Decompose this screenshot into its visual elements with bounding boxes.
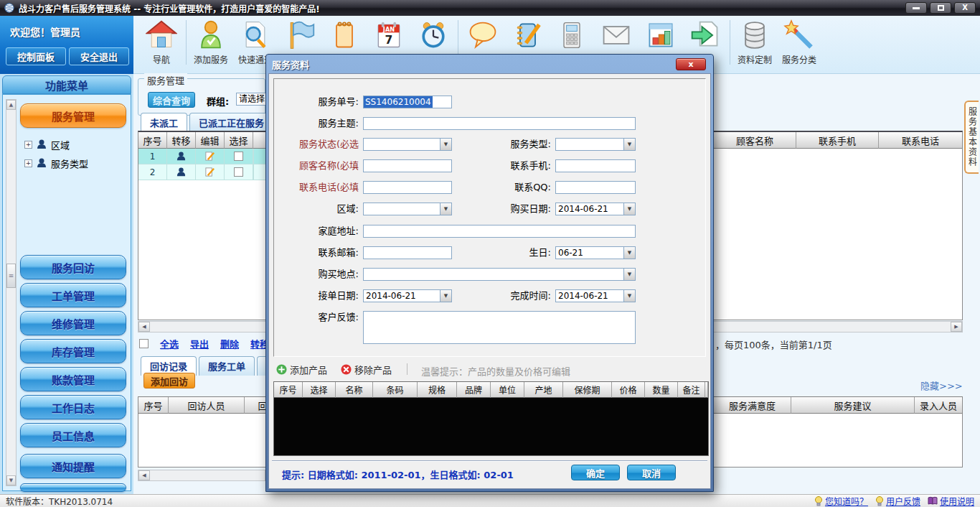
tab-service-orders[interactable]: 服务工单 bbox=[199, 356, 255, 376]
col-header[interactable]: 品牌 bbox=[457, 382, 491, 398]
scroll-up-icon[interactable]: ▲ bbox=[6, 100, 16, 110]
toolbar-item-alarm[interactable] bbox=[411, 17, 456, 53]
cancel-button[interactable]: 取消 bbox=[627, 465, 676, 480]
did-you-know-link[interactable]: 您知道吗？ bbox=[814, 495, 868, 507]
col-header[interactable]: 编辑 bbox=[196, 132, 225, 149]
chevron-down-icon[interactable]: ▼ bbox=[440, 138, 452, 151]
tab-dispatched-serving[interactable]: 已派工正在服务 bbox=[189, 113, 273, 132]
sidebar-item-repair[interactable]: 维修管理 bbox=[20, 311, 126, 335]
expand-icon[interactable]: + bbox=[24, 159, 32, 167]
col-header[interactable]: 序号 bbox=[138, 397, 169, 414]
tab-not-dispatched[interactable]: 未派工 bbox=[141, 113, 187, 132]
col-header[interactable]: 备注 bbox=[678, 382, 705, 398]
add-product-button[interactable]: 添加产品 bbox=[276, 363, 327, 376]
ok-button[interactable]: 确定 bbox=[571, 465, 620, 480]
finish-time-select[interactable]: 2014-06-21 ▼ bbox=[555, 289, 636, 302]
close-button[interactable]: X bbox=[954, 2, 976, 14]
edit-icon[interactable] bbox=[196, 149, 225, 164]
remove-product-button[interactable]: 移除产品 bbox=[341, 363, 392, 376]
scroll-thumb[interactable]: ≡ bbox=[6, 264, 16, 288]
row-checkbox[interactable] bbox=[225, 164, 253, 180]
col-header[interactable]: 顾客名称 bbox=[714, 132, 796, 149]
toolbar-item-mail[interactable] bbox=[594, 17, 639, 53]
col-header[interactable]: 录入人员 bbox=[915, 397, 962, 414]
chevron-down-icon[interactable]: ▼ bbox=[623, 289, 636, 302]
sidebar-item-employee[interactable]: 员工信息 bbox=[20, 423, 126, 447]
control-panel-button[interactable]: 控制面板 bbox=[6, 47, 66, 65]
toolbar-item-report[interactable] bbox=[639, 17, 683, 53]
chevron-down-icon[interactable]: ▼ bbox=[623, 246, 636, 259]
buy-place-select[interactable]: ▼ bbox=[363, 268, 636, 281]
type-select[interactable]: ▼ bbox=[555, 138, 636, 151]
col-header[interactable]: 规格 bbox=[418, 382, 457, 398]
col-header[interactable]: 转移 bbox=[167, 132, 196, 149]
minimize-button[interactable] bbox=[905, 2, 927, 14]
toolbar-item-data-custom[interactable]: 资料定制 bbox=[732, 17, 777, 65]
region-select[interactable]: ▼ bbox=[363, 203, 452, 215]
toolbar-item-notes[interactable] bbox=[322, 17, 367, 53]
restore-button[interactable] bbox=[930, 2, 951, 14]
toolbar-item-service-category[interactable]: 服务分类 bbox=[777, 17, 821, 65]
sidebar-item-work-order[interactable]: 工单管理 bbox=[20, 283, 126, 307]
toolbar-item-add-service[interactable]: 添加服务 bbox=[189, 17, 233, 65]
col-header[interactable]: 服务满意度 bbox=[714, 397, 791, 414]
customer-input[interactable] bbox=[363, 159, 452, 172]
toolbar-item-register[interactable] bbox=[505, 17, 550, 53]
col-header[interactable]: 条码 bbox=[373, 382, 418, 398]
export-link[interactable]: 导出 bbox=[190, 337, 209, 350]
sidebar-item-service-visit[interactable]: 服务回访 bbox=[20, 255, 126, 279]
sidebar-item-service-management[interactable]: 服务管理 bbox=[20, 103, 126, 128]
order-no-input[interactable]: SS1406210004 bbox=[363, 96, 452, 108]
col-header[interactable]: 序号 bbox=[274, 382, 303, 398]
toolbar-item-flag[interactable] bbox=[278, 17, 322, 53]
user-feedback-link[interactable]: 用户反馈 bbox=[875, 495, 920, 507]
expand-icon[interactable]: + bbox=[24, 141, 32, 149]
feedback-textarea[interactable] bbox=[363, 311, 636, 344]
toolbar-item-export[interactable] bbox=[683, 17, 727, 53]
chevron-down-icon[interactable]: ▼ bbox=[440, 203, 452, 215]
add-visit-button[interactable]: 添加回访 bbox=[143, 373, 195, 389]
dialog-titlebar[interactable]: 服务资料 bbox=[266, 55, 713, 73]
accept-date-select[interactable]: 2014-06-21 ▼ bbox=[363, 289, 452, 302]
birthday-select[interactable]: 06-21 ▼ bbox=[555, 246, 636, 259]
col-header[interactable]: 单位 bbox=[491, 382, 524, 398]
buy-date-select[interactable]: 2014-06-21 ▼ bbox=[555, 203, 636, 215]
col-header[interactable]: 产地 bbox=[524, 382, 563, 398]
user-manual-link[interactable]: 使用说明 bbox=[928, 495, 974, 507]
sidebar-item-work-log[interactable]: 工作日志 bbox=[20, 395, 126, 419]
hide-link[interactable]: 隐藏>>> bbox=[920, 378, 963, 392]
col-header[interactable]: 名称 bbox=[336, 382, 373, 398]
select-all-link[interactable]: 全选 bbox=[160, 337, 179, 350]
toolbar-item-calendar[interactable]: JAN 7 bbox=[367, 17, 411, 53]
mobile-input[interactable] bbox=[555, 159, 636, 172]
chevron-down-icon[interactable]: ▼ bbox=[440, 289, 452, 302]
visit-table-hscrollbar[interactable]: ◀ bbox=[138, 470, 265, 481]
col-header[interactable]: 联系电话 bbox=[879, 132, 962, 149]
chevron-down-icon[interactable]: ▼ bbox=[623, 138, 636, 151]
delete-link[interactable]: 删除 bbox=[220, 337, 239, 350]
address-input[interactable] bbox=[363, 225, 636, 238]
tree-item-service-type[interactable]: + 服务类型 bbox=[24, 155, 88, 171]
combined-query-button[interactable]: 综合查询 bbox=[148, 92, 195, 108]
toolbar-item-calculator[interactable] bbox=[550, 17, 594, 53]
col-header[interactable]: 回访人员 bbox=[169, 397, 245, 414]
sidebar-item-notification[interactable]: 通知提醒 bbox=[20, 454, 126, 478]
transfer-person-icon[interactable] bbox=[167, 164, 196, 180]
side-tab-service-basic-info[interactable]: 服务基本资料 bbox=[964, 101, 979, 174]
chevron-down-icon[interactable]: ▼ bbox=[623, 203, 636, 215]
col-header[interactable]: 联系手机 bbox=[796, 132, 879, 149]
status-select[interactable]: ▼ bbox=[363, 138, 452, 151]
col-header[interactable]: 选择 bbox=[303, 382, 336, 398]
scroll-down-icon[interactable]: ▼ bbox=[6, 475, 16, 485]
scroll-left-icon[interactable]: ◀ bbox=[138, 322, 150, 332]
chevron-down-icon[interactable]: ▼ bbox=[623, 268, 636, 281]
scroll-right-icon[interactable]: ▶ bbox=[951, 322, 962, 332]
scroll-left-icon[interactable]: ◀ bbox=[138, 470, 150, 480]
safe-exit-button[interactable]: 安全退出 bbox=[69, 47, 129, 65]
col-header[interactable]: 选择 bbox=[225, 132, 253, 149]
row-checkbox[interactable] bbox=[225, 149, 253, 164]
col-header[interactable]: 价格 bbox=[612, 382, 645, 398]
col-header[interactable]: 序号 bbox=[138, 132, 167, 149]
edit-icon[interactable] bbox=[196, 164, 225, 180]
email-input[interactable] bbox=[363, 246, 452, 259]
